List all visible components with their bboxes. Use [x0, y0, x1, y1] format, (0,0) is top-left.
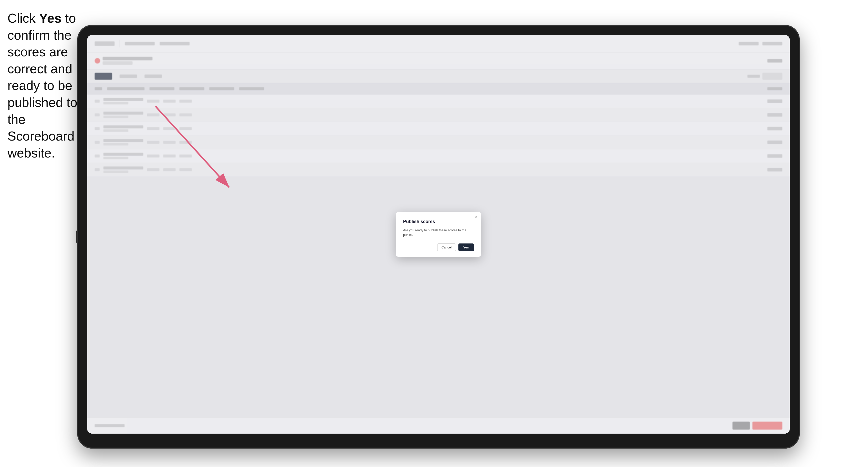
- instruction-suffix: to confirm the scores are correct and re…: [7, 11, 77, 160]
- yes-button[interactable]: Yes: [458, 244, 474, 251]
- tablet-side-button: [76, 230, 78, 243]
- tablet-device: × Publish scores Are you ready to publis…: [77, 25, 800, 448]
- modal-dialog: × Publish scores Are you ready to publis…: [396, 212, 481, 257]
- modal-close-button[interactable]: ×: [475, 215, 477, 219]
- instruction-prefix: Click: [7, 11, 39, 25]
- instruction-text: Click Yes to confirm the scores are corr…: [7, 10, 80, 161]
- modal-title: Publish scores: [403, 219, 474, 224]
- modal-body-text: Are you ready to publish these scores to…: [403, 228, 474, 238]
- modal-actions: Cancel Yes: [403, 244, 474, 251]
- tablet-screen: × Publish scores Are you ready to publis…: [87, 35, 790, 434]
- cancel-button[interactable]: Cancel: [437, 244, 456, 251]
- modal-overlay: × Publish scores Are you ready to publis…: [87, 35, 790, 434]
- instruction-bold: Yes: [39, 11, 62, 25]
